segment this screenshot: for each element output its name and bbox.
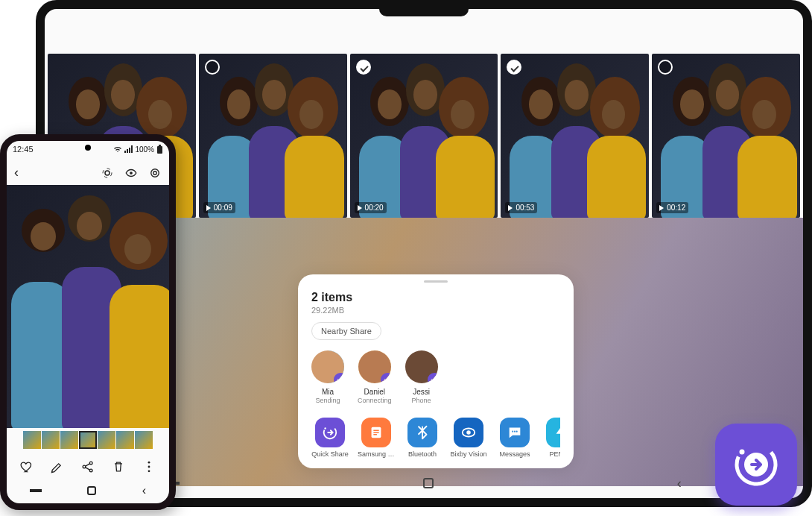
- svg-rect-13: [157, 146, 162, 154]
- battery-icon: [156, 145, 163, 154]
- delete-button[interactable]: [111, 459, 126, 474]
- svg-point-10: [514, 431, 516, 432]
- samsung-notes-icon: [361, 418, 391, 447]
- bluetooth-icon: [407, 418, 437, 447]
- video-duration-badge: 00:53: [505, 202, 537, 213]
- share-app[interactable]: Quick Share: [311, 418, 349, 458]
- app-label: Bixby Vision: [450, 450, 487, 458]
- svg-point-16: [103, 169, 112, 177]
- share-app[interactable]: Bluetooth: [404, 418, 441, 458]
- gallery-thumb[interactable]: 00:09: [199, 54, 347, 218]
- svg-point-22: [89, 469, 92, 472]
- quickshare-overlay-icon: [334, 373, 344, 383]
- avatar: [358, 350, 391, 383]
- phone-device: 12:45 100% ‹: [0, 134, 176, 510]
- gallery-thumb[interactable]: 00:12: [652, 54, 800, 218]
- nav-home-button[interactable]: [87, 486, 96, 495]
- nearby-share-chip[interactable]: Nearby Share: [311, 322, 381, 340]
- svg-point-15: [105, 171, 110, 175]
- filmstrip-thumb[interactable]: [42, 431, 60, 449]
- phone-screen: 12:45 100% ‹: [7, 141, 169, 503]
- nav-back-button[interactable]: ‹: [142, 484, 146, 497]
- app-label: Quick Share: [311, 450, 349, 458]
- contact-name: Daniel: [358, 388, 392, 397]
- svg-point-1: [384, 377, 390, 383]
- smartview-icon[interactable]: [148, 166, 162, 180]
- messages-icon: [500, 418, 530, 447]
- svg-point-9: [512, 431, 513, 432]
- quick-share-icon: [315, 418, 345, 447]
- filmstrip-thumb[interactable]: [135, 431, 153, 449]
- video-duration-badge: 00:12: [656, 202, 688, 213]
- svg-point-0: [337, 377, 343, 383]
- photo-viewer[interactable]: [7, 185, 169, 428]
- contact-status: Connecting: [358, 397, 392, 404]
- filmstrip[interactable]: [7, 428, 169, 452]
- filmstrip-thumb[interactable]: [79, 431, 97, 449]
- filmstrip-thumb[interactable]: [23, 431, 41, 449]
- svg-point-24: [148, 466, 150, 468]
- penup-icon: [546, 418, 560, 447]
- quickshare-overlay-icon: [428, 373, 438, 383]
- share-app[interactable]: Messages: [496, 418, 533, 458]
- play-icon: [659, 205, 664, 211]
- visibility-icon[interactable]: [124, 166, 138, 180]
- share-app[interactable]: Samsung Notes: [358, 418, 395, 458]
- share-sheet[interactable]: 2 items 29.22MB Nearby Share Mia Sending…: [298, 274, 574, 468]
- status-time: 12:45: [13, 145, 34, 154]
- share-contact[interactable]: Daniel Connecting: [358, 350, 392, 404]
- share-contact[interactable]: Mia Sending: [311, 350, 344, 404]
- phone-navbar: ‹: [7, 478, 169, 503]
- contacts-row: Mia Sending Daniel Connecting Jessi Phon…: [311, 350, 560, 404]
- bixby-vision-icon[interactable]: [101, 166, 114, 180]
- contact-name: Mia: [311, 388, 344, 397]
- play-icon: [358, 205, 362, 211]
- share-app[interactable]: PENUP: [542, 418, 560, 458]
- nav-recent-button[interactable]: [30, 489, 42, 492]
- filmstrip-thumb[interactable]: [116, 431, 134, 449]
- filmstrip-thumb[interactable]: [60, 431, 78, 449]
- app-label: Samsung Notes: [358, 450, 395, 458]
- contact-status: Phone: [405, 397, 438, 404]
- nav-home-button[interactable]: [423, 478, 434, 488]
- svg-point-25: [148, 470, 150, 472]
- sheet-grabber[interactable]: [424, 280, 448, 283]
- tablet-notch: [379, 9, 469, 16]
- filmstrip-thumb[interactable]: [98, 431, 115, 449]
- edit-button[interactable]: [50, 459, 65, 474]
- svg-rect-14: [159, 145, 161, 146]
- svg-point-21: [89, 462, 92, 465]
- contact-status: Sending: [311, 397, 344, 404]
- share-title: 2 items: [311, 291, 560, 304]
- selection-check-icon[interactable]: [205, 60, 220, 75]
- wifi-icon: [113, 145, 122, 153]
- quick-share-badge: [715, 424, 797, 506]
- play-icon: [508, 205, 513, 211]
- nav-back-button[interactable]: ‹: [677, 476, 682, 491]
- svg-point-4: [324, 427, 326, 429]
- signal-icon: [124, 145, 133, 153]
- svg-point-20: [83, 465, 86, 468]
- svg-point-27: [740, 450, 745, 455]
- status-battery: 100%: [135, 145, 154, 154]
- share-app[interactable]: Bixby Vision: [450, 418, 487, 458]
- favorite-button[interactable]: [19, 459, 34, 474]
- apps-row: Quick Share Samsung Notes Bluetooth Bixb…: [311, 418, 560, 458]
- gallery-thumb[interactable]: 00:20: [350, 54, 498, 218]
- selection-check-icon[interactable]: [356, 60, 371, 75]
- share-button[interactable]: [80, 459, 95, 474]
- status-right: 100%: [113, 145, 163, 154]
- bixby-vision-icon: [454, 418, 483, 447]
- back-button[interactable]: ‹: [14, 165, 19, 180]
- more-button[interactable]: [142, 459, 156, 474]
- contact-name: Jessi: [405, 388, 438, 397]
- play-icon: [206, 205, 211, 211]
- share-contact[interactable]: Jessi Phone: [405, 350, 438, 404]
- avatar: [405, 350, 438, 383]
- phone-header: ‹: [7, 157, 169, 185]
- gallery-thumb[interactable]: 00:53: [501, 54, 649, 218]
- svg-point-23: [148, 462, 150, 464]
- app-label: PENUP: [542, 450, 560, 458]
- video-duration-badge: 00:09: [203, 202, 235, 213]
- bottom-toolbar: [7, 452, 169, 479]
